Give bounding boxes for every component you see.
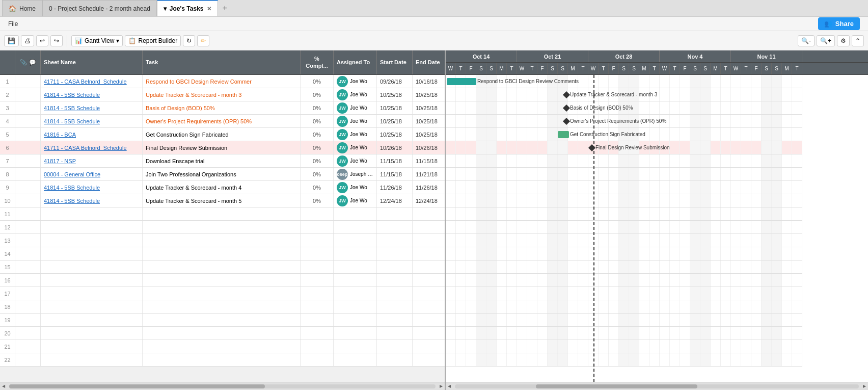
- cell-assigned: JW Joe Wo: [334, 115, 377, 127]
- cell-sheet[interactable]: 41814 - 5SB Schedule: [41, 115, 143, 127]
- share-button[interactable]: 👥 Share: [818, 17, 860, 30]
- end-date: 10/25/18: [416, 118, 438, 124]
- cell-sheet-empty: [41, 221, 143, 233]
- gantt-day-label: T: [456, 63, 466, 74]
- sheet-link[interactable]: 41817 - NSP: [44, 158, 76, 164]
- compl-text: 0%: [313, 198, 321, 204]
- tab-home[interactable]: 🏠 Home: [2, 0, 42, 16]
- gantt-week-label: Oct 14: [446, 50, 517, 62]
- file-menu[interactable]: File: [4, 19, 22, 29]
- cell-sheet[interactable]: 41814 - 5SB Schedule: [41, 88, 143, 101]
- table-scrollbar-thumb[interactable]: [9, 384, 265, 388]
- cell-task: Update Tracker & Scorecard - month 4: [143, 181, 301, 194]
- col-header-icons: 📎 💬: [15, 50, 41, 74]
- compl-text: 0%: [313, 118, 321, 124]
- report-builder-button[interactable]: 📋 Report Builder: [125, 35, 181, 46]
- cell-sheet[interactable]: 41814 - 5SB Schedule: [41, 194, 143, 207]
- settings-button[interactable]: ⚙: [837, 35, 850, 46]
- zoom-in-button[interactable]: 🔍+: [817, 35, 835, 46]
- gantt-label: Get Construction Sign Fabricated: [570, 132, 645, 137]
- zoom-out-button[interactable]: 🔍-: [798, 35, 815, 46]
- undo-button[interactable]: ↩: [36, 35, 48, 46]
- pencil-button[interactable]: ✏: [197, 35, 209, 46]
- cell-end-empty: [413, 261, 445, 273]
- cell-task-empty: [143, 353, 301, 366]
- cell-row-num: 12: [0, 221, 15, 233]
- tab-joes-tasks[interactable]: ▾ Joe's Tasks ✕: [157, 0, 218, 16]
- save-button[interactable]: 💾: [4, 35, 19, 46]
- print-button[interactable]: 🖨: [21, 35, 34, 46]
- scroll-right-arrow[interactable]: ▶: [438, 383, 445, 390]
- gantt-scrollbar[interactable]: ◀ ▶: [446, 382, 868, 390]
- zoom-in-icon: 🔍+: [820, 37, 831, 44]
- sheet-link[interactable]: 41814 - 5SB Schedule: [44, 118, 100, 124]
- sheet-link[interactable]: 41711 - CASA Belnord_Schedule: [44, 145, 127, 151]
- cell-task-empty: [143, 234, 301, 247]
- cell-sheet[interactable]: 41711 - CASA Belnord_Schedule: [41, 141, 143, 154]
- gantt-view-button[interactable]: 📊 Gantt View ▾: [71, 35, 123, 46]
- sheet-link[interactable]: 00004 - General Office: [44, 171, 100, 177]
- cell-task-empty: [143, 261, 301, 273]
- gantt-scroll-left[interactable]: ◀: [446, 383, 453, 390]
- cell-compl-empty: [301, 300, 334, 313]
- cell-compl-empty: [301, 247, 334, 260]
- cell-sheet[interactable]: 41817 - NSP: [41, 154, 143, 167]
- gantt-scrollbar-track[interactable]: [455, 384, 859, 388]
- cell-compl-empty: [301, 314, 334, 326]
- sheet-link[interactable]: 41814 - 5SB Schedule: [44, 185, 100, 191]
- col-header-compl: % Compl...: [301, 50, 334, 74]
- assigned-name: Joe Wo: [350, 198, 367, 203]
- gantt-row: Respond to GBCI Design Review Comments: [446, 75, 802, 88]
- tab-add-button[interactable]: +: [218, 1, 232, 15]
- report-builder-label: Report Builder: [138, 37, 177, 44]
- empty-row: 19: [0, 314, 445, 327]
- cell-assigned-empty: [334, 207, 377, 220]
- gantt-scroll-right[interactable]: ▶: [861, 383, 868, 390]
- table-row: 10 41814 - 5SB Schedule Update Tracker &…: [0, 194, 445, 207]
- table-scrollbar[interactable]: ◀ ▶: [0, 382, 445, 390]
- sheet-link[interactable]: 41816 - BCA: [44, 132, 76, 138]
- refresh-button[interactable]: ↻: [183, 35, 195, 46]
- cell-row-num: 6: [0, 141, 15, 154]
- sheet-link[interactable]: 41814 - 5SB Schedule: [44, 92, 100, 98]
- sheet-link[interactable]: 41711 - CASA Belnord_Schedule: [44, 79, 127, 85]
- cell-sheet[interactable]: 41816 - BCA: [41, 128, 143, 141]
- collapse-button[interactable]: ⌃: [852, 35, 864, 46]
- cell-assigned-empty: [334, 247, 377, 260]
- cell-start-empty: [377, 234, 413, 247]
- gantt-scrollbar-thumb[interactable]: [536, 384, 697, 388]
- tab-close-button[interactable]: ✕: [207, 6, 211, 12]
- gantt-day-label: S: [772, 63, 782, 74]
- cell-sheet[interactable]: 41814 - 5SB Schedule: [41, 181, 143, 194]
- cell-end-empty: [413, 247, 445, 260]
- toolbar-separator-1: [67, 35, 67, 47]
- redo-button[interactable]: ↪: [50, 35, 63, 46]
- tab-project-schedule[interactable]: 0 - Project Schedule - 2 month ahead: [42, 0, 157, 16]
- cell-compl-empty: [301, 234, 334, 247]
- cell-row-num: 17: [0, 287, 15, 300]
- task-text: Join Two Professional Organizations: [146, 171, 236, 177]
- cell-assigned-empty: [334, 234, 377, 247]
- task-text: Get Construction Sign Fabricated: [146, 132, 229, 138]
- avatar: JW: [337, 155, 348, 167]
- end-date: 12/24/18: [416, 198, 438, 204]
- cell-task: Respond to GBCI Design Review Commer: [143, 75, 301, 88]
- cell-sheet[interactable]: 41814 - 5SB Schedule: [41, 101, 143, 114]
- cell-compl: 0%: [301, 168, 334, 180]
- cell-task: Update Tracker & Scorecard - month 5: [143, 194, 301, 207]
- gantt-empty-row: [446, 234, 802, 247]
- empty-row: 18: [0, 300, 445, 314]
- cell-end-empty: [413, 207, 445, 220]
- table-panel: 📎 💬 Sheet Name Task % Compl... Assigned …: [0, 50, 446, 390]
- home-icon: 🏠: [9, 5, 16, 12]
- table-row: 5 41816 - BCA Get Construction Sign Fabr…: [0, 128, 445, 141]
- table-scrollbar-track[interactable]: [9, 384, 436, 388]
- sheet-link[interactable]: 41814 - 5SB Schedule: [44, 198, 100, 204]
- gantt-day-label: S: [690, 63, 700, 74]
- gantt-day-label: F: [680, 63, 690, 74]
- cell-sheet[interactable]: 00004 - General Office: [41, 168, 143, 180]
- sheet-link[interactable]: 41814 - 5SB Schedule: [44, 105, 100, 111]
- cell-sheet[interactable]: 41711 - CASA Belnord_Schedule: [41, 75, 143, 88]
- scroll-left-arrow[interactable]: ◀: [0, 383, 7, 390]
- cell-assigned: JW Joe Wo: [334, 181, 377, 194]
